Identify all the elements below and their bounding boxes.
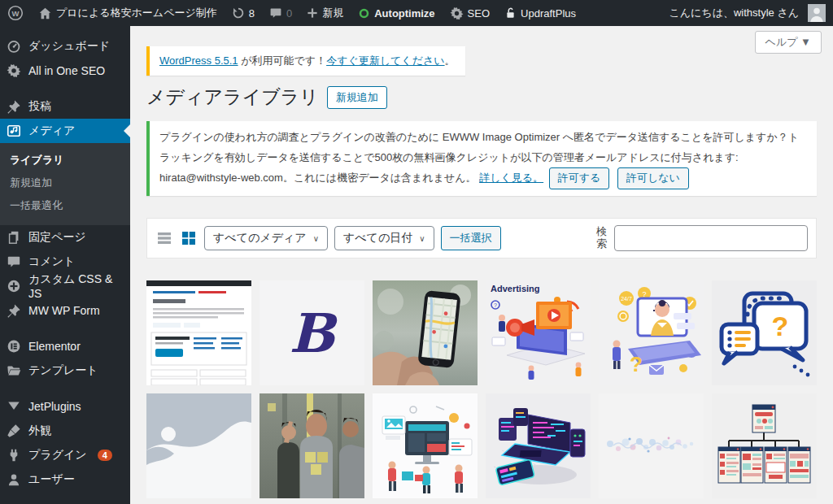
avatar [808, 4, 826, 22]
pages-icon [7, 230, 21, 245]
media-item[interactable]: ? [712, 280, 817, 385]
list-view-icon [156, 230, 172, 246]
media-item[interactable] [712, 393, 817, 498]
media-item[interactable] [373, 393, 478, 498]
sidebar-item-media[interactable]: メディア [0, 119, 130, 143]
sidebar-item-label: テンプレート [28, 363, 98, 378]
seo-menu[interactable]: SEO [443, 0, 497, 26]
submenu-item-bulk-optimize[interactable]: 一括最適化 [0, 194, 130, 217]
thumbnail-art [599, 393, 704, 498]
media-item[interactable] [146, 280, 251, 385]
sidebar-item-elementor[interactable]: Elementor [0, 334, 130, 358]
media-item[interactable] [259, 393, 364, 498]
list-view-button[interactable] [155, 229, 173, 247]
user-icon [7, 472, 21, 487]
svg-text:Advertising: Advertising [491, 284, 540, 293]
sidebar-item-jetplugins[interactable]: JetPlugins [0, 394, 130, 419]
plugin-update-badge: 4 [98, 450, 112, 461]
submenu-item-add-new[interactable]: 新規追加 [0, 172, 130, 194]
new-content-menu[interactable]: 新規 [299, 0, 351, 26]
grid-view-icon [181, 230, 197, 246]
thumbnail-art: 24/7 ? ? [599, 280, 704, 385]
sidebar-item-comments[interactable]: コメント [0, 250, 130, 274]
updates-menu[interactable]: 8 [225, 0, 262, 26]
autoptimize-menu[interactable]: Autoptimize [351, 0, 442, 26]
site-name-label: プロによる格安ホームページ制作 [56, 6, 217, 20]
new-label: 新規 [322, 6, 343, 20]
date-filter-value: すべての日付 [343, 231, 412, 245]
media-item[interactable] [373, 280, 478, 385]
update-nag-period: 。 [445, 54, 456, 67]
update-now-link[interactable]: 今すぐ更新してください [326, 54, 444, 67]
sidebar-item-label: Elementor [28, 340, 81, 353]
seo-label: SEO [468, 7, 490, 20]
learn-more-link[interactable]: 詳しく見る。 [479, 172, 543, 184]
account-menu[interactable]: こんにちは、withstyle さん [661, 0, 833, 26]
comment-icon [7, 254, 21, 269]
thumbnail-art [373, 280, 478, 385]
add-new-button[interactable]: 新規追加 [327, 86, 387, 110]
sidebar-item-templates[interactable]: テンプレート [0, 358, 130, 383]
thumbnail-art [373, 393, 478, 498]
wordpress-logo-menu[interactable]: W [0, 0, 31, 26]
svg-text:?: ? [772, 311, 789, 341]
media-type-filter[interactable]: すべてのメディア∨ [204, 226, 328, 250]
sidebar-item-dashboard[interactable]: ダッシュボード [0, 34, 130, 59]
update-nag-text: が利用可能です！ [238, 54, 327, 67]
sidebar-item-custom-css-js[interactable]: カスタム CSS & JS [0, 274, 130, 298]
media-toolbar: すべてのメディア∨ すべての日付∨ 一括選択 検索 [146, 218, 817, 259]
wordpress-version-link[interactable]: WordPress 5.5.1 [159, 54, 238, 67]
search-input[interactable] [614, 225, 808, 251]
sidebar-item-aioseo[interactable]: All in One SEO [0, 59, 130, 83]
sidebar-item-label: プラグイン [28, 448, 87, 463]
media-submenu: ライブラリ 新規追加 一括最適化 [0, 143, 130, 225]
sidebar-item-pages[interactable]: 固定ページ [0, 225, 130, 250]
svg-text:W: W [12, 9, 20, 18]
media-item[interactable] [146, 393, 251, 498]
media-icon [7, 124, 21, 138]
bulk-select-button[interactable]: 一括選択 [441, 226, 501, 250]
sidebar-item-label: カスタム CSS & JS [28, 272, 124, 300]
submenu-item-library[interactable]: ライブラリ [0, 149, 130, 172]
plugin-icon [7, 448, 21, 463]
thumbnail-art: Advertising ? [486, 280, 591, 385]
pin-icon [7, 99, 21, 114]
sidebar-item-users[interactable]: ユーザー [0, 467, 130, 492]
help-button[interactable]: ヘルプ ▼ [755, 31, 822, 54]
date-filter[interactable]: すべての日付∨ [334, 226, 434, 250]
site-name-link[interactable]: プロによる格安ホームページ制作 [31, 0, 225, 26]
media-item[interactable]: Advertising ? [486, 280, 591, 385]
comments-icon [269, 7, 282, 20]
media-item[interactable] [486, 393, 591, 498]
sidebar-item-mw-wp-form[interactable]: MW WP Form [0, 298, 130, 323]
updates-icon [232, 7, 245, 20]
media-item[interactable]: 24/7 ? ? [599, 280, 704, 385]
sidebar-item-posts[interactable]: 投稿 [0, 94, 130, 119]
sidebar-item-label: 投稿 [28, 99, 51, 114]
media-item[interactable]: B [259, 280, 364, 385]
allow-button[interactable]: 許可する [549, 167, 610, 189]
sidebar-item-label: ユーザー [28, 472, 75, 487]
ewww-optin-notice: プラグインの使われ方の調査とプラグインの改善のために EWWW Image Op… [146, 121, 817, 196]
updraft-label: UpdraftPlus [521, 7, 576, 20]
autoptimize-label: Autoptimize [374, 7, 434, 20]
updraftplus-menu[interactable]: UpdraftPlus [497, 0, 583, 26]
comments-count: 0 [286, 7, 292, 20]
plus-icon [307, 7, 318, 19]
pin-icon [7, 303, 21, 318]
thumbnail-art [146, 280, 251, 385]
sidebar-item-appearance[interactable]: 外観 [0, 419, 130, 443]
grid-view-button[interactable] [180, 229, 198, 247]
elementor-icon [7, 339, 21, 354]
thumbnail-art [146, 393, 251, 498]
thumbnail-art [486, 393, 591, 498]
autoptimize-icon [358, 7, 370, 20]
sidebar-item-label: ダッシュボード [28, 39, 110, 54]
comments-menu[interactable]: 0 [262, 0, 299, 26]
sidebar-item-plugins[interactable]: プラグイン 4 [0, 443, 130, 467]
dashboard-icon [7, 39, 21, 54]
media-item[interactable] [599, 393, 704, 498]
sidebar-item-label: メディア [28, 124, 75, 138]
home-icon [38, 7, 52, 20]
deny-button[interactable]: 許可しない [617, 167, 689, 189]
